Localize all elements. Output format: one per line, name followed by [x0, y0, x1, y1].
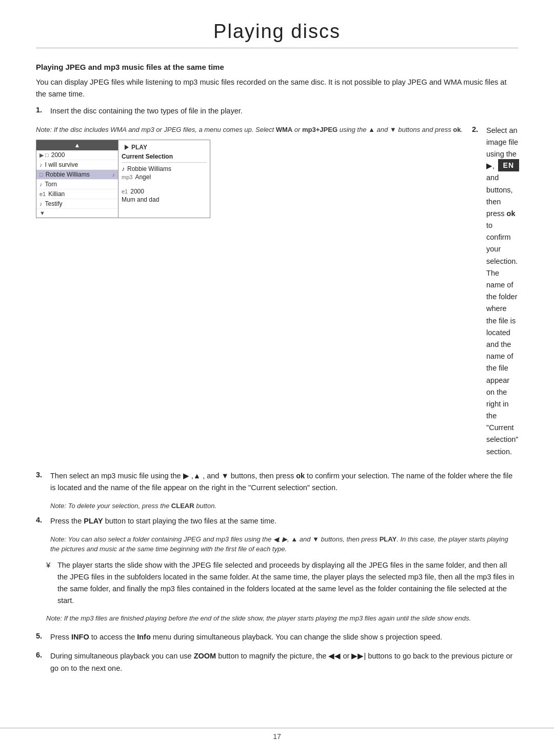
fb-row-torn: ♪ Torn — [36, 180, 118, 189]
fb-right-mp3-row: mp3 Angel — [122, 173, 207, 181]
music-note-right: ♪ — [122, 165, 125, 172]
step-4-text: Press the PLAY button to start playing t… — [50, 515, 518, 527]
play-triangle-icon — [125, 145, 129, 150]
fb-row-survive: ♪ I will survive — [36, 160, 118, 170]
step-6: 6. During simultaneous playback you can … — [36, 650, 518, 674]
step-2: 2. Select an image file using the ▶, ▲, … — [472, 125, 518, 458]
fb-row-robbie: □ Robbie Williams ♪ — [36, 170, 118, 180]
bullet-yen: ¥ The player starts the slide show with … — [46, 559, 518, 607]
page-header: Playing discs — [36, 0, 518, 48]
step-1-num: 1. — [36, 105, 50, 114]
fb-right-section2: e1 2000 Mum and dad — [122, 187, 207, 204]
step-5: 5. Press INFO to access the Info menu du… — [36, 631, 518, 643]
bullet-note: Note: If the mp3 files are finished play… — [46, 613, 518, 624]
step1-note: Note: If the disc includes WMA and mp3 o… — [36, 125, 463, 135]
step-5-text: Press INFO to access the Info menu durin… — [50, 631, 518, 643]
bullet-text: The player starts the slide show with th… — [57, 559, 518, 607]
step-6-num: 6. — [36, 650, 50, 659]
fb-right-mum-row: Mum and dad — [122, 196, 207, 204]
music-note-icon: ♪ — [112, 171, 115, 178]
fb-left-panel: ▲ ▶ □ 2000 ♪ I will survive □ Robbie Wil… — [36, 140, 118, 218]
yen-icon: ¥ — [46, 559, 57, 569]
fb-right-artist-row: ♪ Robbie Williams — [122, 165, 207, 173]
intro-text: You can display JPEG files while listeni… — [36, 76, 518, 100]
step3-note: Note: To delete your selection, press th… — [50, 501, 518, 511]
arrow-up-icon: ▲ — [74, 142, 81, 149]
page-container: Playing discs EN Playing JPEG and mp3 mu… — [0, 0, 554, 756]
fb-right-panel: PLAY Current Selection ♪ Robbie Williams… — [118, 140, 210, 218]
step-3: 3. Then select an mp3 music file using t… — [36, 470, 518, 494]
music-icon: ♪ — [39, 162, 43, 168]
step-1: 1. Insert the disc containing the two ty… — [36, 105, 518, 117]
section-heading: Playing JPEG and mp3 music files at the … — [36, 63, 518, 71]
fb-row-2000: ▶ □ 2000 — [36, 150, 118, 160]
play-text: PLAY — [131, 144, 147, 151]
step4-note: Note: You can also select a folder conta… — [50, 534, 518, 554]
page-footer: 17 — [0, 728, 554, 741]
folder-icon-3: e1 — [39, 191, 46, 197]
play-label: PLAY — [122, 142, 207, 152]
step-3-num: 3. — [36, 470, 50, 479]
folder-icon: ▶ □ — [39, 152, 49, 159]
step-5-num: 5. — [36, 631, 50, 640]
arrow-down-icon: ▼ — [39, 210, 45, 216]
step-2-text: Select an image file using the ▶, ▲, and… — [486, 125, 518, 458]
step-4-num: 4. — [36, 515, 50, 524]
folder-icon-2: □ — [39, 171, 43, 178]
fb-header: ▲ — [36, 140, 118, 150]
fb-row-killian: e1 Killian — [36, 189, 118, 199]
page-number: 17 — [273, 732, 281, 741]
step-2-col: 2. Select an image file using the ▶, ▲, … — [472, 125, 518, 463]
step-2-num: 2. — [472, 125, 486, 133]
step-6-text: During simultaneous playback you can use… — [50, 650, 518, 674]
en-badge: EN — [498, 159, 519, 171]
music-icon-torn: ♪ — [39, 181, 43, 187]
file-browser: ▲ ▶ □ 2000 ♪ I will survive □ Robbie Wil… — [36, 140, 210, 218]
fb-right-e1-row: e1 2000 — [122, 187, 207, 196]
page-title: Playing discs — [36, 21, 518, 43]
fb-row-testify: ♪ Testify — [36, 199, 118, 209]
fb-right-header: Current Selection — [122, 152, 207, 163]
step-1-text: Insert the disc containing the two types… — [50, 105, 518, 117]
step-3-text: Then select an mp3 music file using the … — [50, 470, 518, 494]
fb-row-arrow-down: ▼ — [36, 209, 118, 218]
music-icon-testify: ♪ — [39, 201, 43, 207]
step-4: 4. Press the PLAY button to start playin… — [36, 515, 518, 527]
